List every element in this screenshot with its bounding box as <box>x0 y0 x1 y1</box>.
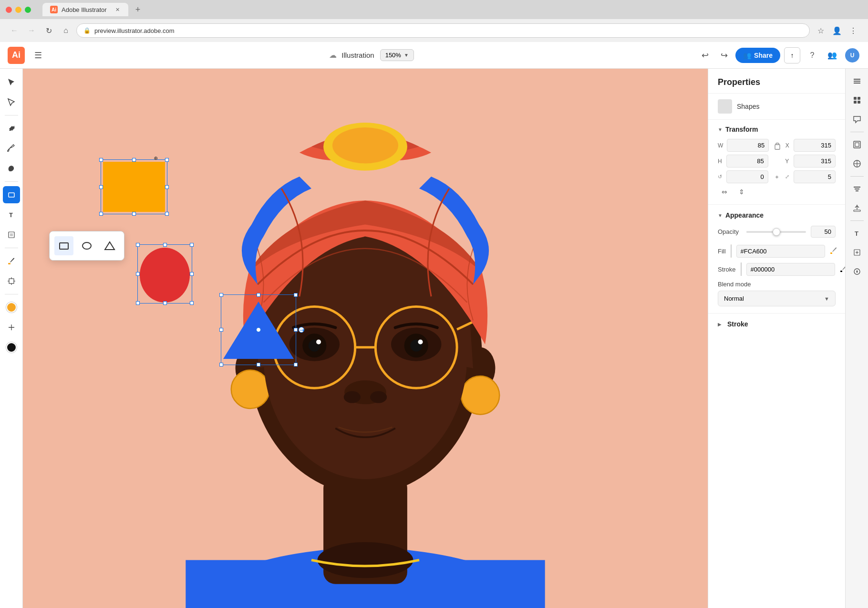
help-button[interactable]: ? <box>804 47 820 63</box>
svg-point-27 <box>316 340 321 345</box>
stroke-color-swatch <box>6 342 17 353</box>
extensions-icon[interactable]: ⋮ <box>846 23 860 38</box>
close-button[interactable] <box>6 7 12 13</box>
share-icon: 👥 <box>743 52 751 59</box>
y-input[interactable] <box>794 155 836 168</box>
arrange-button[interactable] <box>3 319 20 336</box>
libraries-panel-button[interactable] <box>848 92 866 109</box>
h-input[interactable] <box>726 155 768 168</box>
pencil-tool-button[interactable] <box>3 140 20 157</box>
cloud-icon: ☁ <box>329 51 337 60</box>
fill-hex-input[interactable] <box>736 245 825 258</box>
svg-rect-46 <box>854 97 857 100</box>
ellipse-shape-option[interactable] <box>77 236 96 255</box>
eyedropper-tool-button[interactable] <box>3 252 20 270</box>
active-tab[interactable]: Ai Adobe Illustrator ✕ <box>42 3 128 16</box>
svg-rect-5 <box>9 279 14 283</box>
type-tool-button[interactable]: T <box>3 206 20 223</box>
tab-close-icon[interactable]: ✕ <box>114 6 121 13</box>
red-circle[interactable] <box>140 248 190 303</box>
blend-mode-select[interactable]: Normal ▼ <box>718 291 836 306</box>
stroke-section-header[interactable]: ▶ Stroke <box>718 320 836 328</box>
back-button[interactable]: ← <box>8 24 21 37</box>
variables-panel-button[interactable] <box>848 263 866 280</box>
share-button[interactable]: 👥 Share <box>735 48 780 63</box>
lock-transform-icon[interactable] <box>773 141 781 150</box>
export-panel-button[interactable] <box>848 199 866 217</box>
properties-panel: Properties Shapes ▼ Transform W <box>708 69 845 608</box>
toolbar-separator-4 <box>5 294 18 294</box>
shape-tool-button[interactable] <box>3 186 20 203</box>
fill-eyedropper-button[interactable] <box>830 247 837 256</box>
illustration-canvas: ⊕ <box>23 69 708 608</box>
transform-section: ▼ Transform W X H <box>708 120 845 205</box>
export-button[interactable]: ↑ <box>784 47 800 63</box>
share-label: Share <box>754 52 773 59</box>
panel-title: Properties <box>708 69 845 94</box>
svg-rect-37 <box>60 243 68 249</box>
svg-rect-47 <box>858 97 860 100</box>
rectangle-shape-option[interactable] <box>54 236 73 255</box>
avatar-button[interactable]: U <box>844 47 860 63</box>
blob-brush-tool-button[interactable] <box>3 160 20 177</box>
minimize-button[interactable] <box>15 7 21 13</box>
profile-icon[interactable]: 👤 <box>830 23 844 38</box>
doc-title-area: ☁ Illustration <box>329 51 374 60</box>
stroke-color-swatch-appearance[interactable] <box>741 262 742 276</box>
svg-marker-36 <box>223 302 294 359</box>
stroke-eyedropper-button[interactable] <box>840 265 845 274</box>
reload-button[interactable]: ↻ <box>42 24 55 37</box>
maximize-button[interactable] <box>25 7 31 13</box>
text-panel-button[interactable]: T <box>848 225 866 242</box>
selection-tool-button[interactable] <box>3 73 20 91</box>
appearance-section-header[interactable]: ▼ Appearance <box>718 211 836 219</box>
artboard-tool-button[interactable] <box>3 273 20 290</box>
x-input[interactable] <box>794 139 836 152</box>
yellow-rectangle[interactable] <box>103 162 165 212</box>
shapes-section: Shapes <box>708 94 845 120</box>
address-bar[interactable]: 🔒 preview.illustrator.adobe.com <box>76 23 810 38</box>
transform-panel-button[interactable] <box>848 244 866 261</box>
home-button[interactable]: ⌂ <box>59 24 72 37</box>
transform-section-header[interactable]: ▼ Transform <box>718 126 836 133</box>
bookmark-icon[interactable]: ☆ <box>814 23 828 38</box>
collaborators-button[interactable]: 👥 <box>824 47 840 63</box>
flip-vertical-button[interactable]: ⇕ <box>735 185 748 199</box>
transform-tool-button[interactable] <box>3 226 20 243</box>
avatar: U <box>845 48 859 63</box>
properties-panel-icon-button[interactable] <box>848 73 866 90</box>
svg-rect-44 <box>854 81 860 82</box>
opacity-slider[interactable] <box>746 231 806 233</box>
forward-button[interactable]: → <box>25 24 38 37</box>
rotate-input[interactable] <box>726 170 768 183</box>
stroke-color-button[interactable] <box>3 339 20 356</box>
flip-horizontal-button[interactable]: ⇔ <box>718 185 731 199</box>
align-panel-button[interactable] <box>848 180 866 198</box>
direct-selection-tool-button[interactable] <box>3 94 20 111</box>
doc-title: Illustration <box>341 51 374 59</box>
opacity-value[interactable] <box>811 226 836 238</box>
fill-color-button[interactable] <box>3 299 20 316</box>
comments-panel-button[interactable] <box>848 111 866 128</box>
fill-color-swatch[interactable] <box>731 244 732 258</box>
transform-chevron-icon: ▼ <box>718 127 723 132</box>
triangle-shape-option[interactable] <box>100 236 119 255</box>
redo-button[interactable]: ↪ <box>716 48 732 63</box>
blue-triangle-container[interactable] <box>223 297 294 364</box>
stroke-hex-input[interactable] <box>746 263 835 276</box>
svg-point-19 <box>461 376 499 414</box>
zoom-control[interactable]: 150% ▼ <box>380 49 414 61</box>
svg-rect-43 <box>854 79 860 80</box>
skew-input[interactable] <box>794 170 836 183</box>
new-tab-button[interactable]: + <box>131 3 145 16</box>
layers-panel-button[interactable] <box>848 155 866 172</box>
hamburger-button[interactable]: ☰ <box>31 48 46 63</box>
pen-tool-button[interactable] <box>3 120 20 137</box>
fill-color-swatch <box>6 302 17 313</box>
shape-tool-popup <box>49 231 124 261</box>
w-input[interactable] <box>727 139 769 152</box>
history-panel-button[interactable] <box>848 136 866 153</box>
undo-button[interactable]: ↩ <box>697 48 713 63</box>
traffic-lights <box>6 7 31 13</box>
shapes-label: Shapes <box>737 103 759 110</box>
